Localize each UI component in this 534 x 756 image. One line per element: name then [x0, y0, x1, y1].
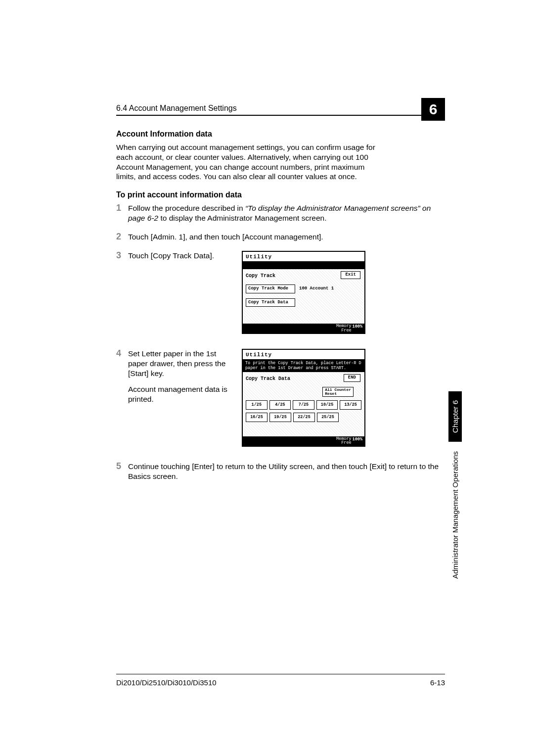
page-grid-row-1: 1/25 4/25 7/25 10/25 13/25 [246, 400, 361, 410]
copy-track-data-button[interactable]: Copy Track Data [246, 298, 295, 307]
lcd-section-label: Copy Track [246, 273, 275, 279]
page-cell[interactable]: 4/25 [269, 400, 291, 410]
lcd-footer: Memory Free 100% [243, 324, 364, 333]
step-4-p1: Set Letter paper in the 1st paper drawer… [128, 349, 232, 378]
page-cell[interactable]: 13/25 [340, 400, 361, 410]
step-body: Follow the procedure described in “To di… [128, 203, 445, 223]
step-5: 5 Continue touching [Enter] to return to… [116, 462, 445, 481]
step-3: 3 Touch [Copy Track Data]. Utility Copy … [116, 251, 445, 334]
exit-button[interactable]: Exit [341, 271, 360, 279]
step-number: 4 [116, 349, 128, 359]
subheading-account-info: Account Information data [116, 130, 445, 139]
lcd-body: Copy Track Data END All Counter Reset 1/… [243, 372, 364, 436]
step-4-p2: Account management data is printed. [128, 384, 232, 404]
memory-free-label: Memory Free [336, 437, 352, 445]
lcd-body: Copy Track Exit Copy Track Mode 100 Acco… [243, 269, 364, 324]
account-label: 100 Account 1 [299, 286, 334, 292]
step-number: 5 [116, 462, 128, 472]
lcd-footer: Memory Free 100% [243, 436, 364, 446]
page-grid-row-2: 16/25 19/25 22/25 25/25 [246, 413, 361, 422]
step-3-text: Touch [Copy Track Data]. [128, 251, 232, 261]
step-1-post: to display the Administrator Management … [158, 214, 326, 222]
page-footer: Di2010/Di2510/Di3010/Di3510 6-13 [116, 674, 445, 687]
step-number: 3 [116, 251, 128, 261]
lcd-screen-1: Utility Copy Track Exit Copy Track Mode … [242, 251, 365, 334]
step-list: 1 Follow the procedure described in “To … [116, 203, 445, 481]
copy-track-mode-button[interactable]: Copy Track Mode [246, 284, 295, 293]
page-cell[interactable]: 10/25 [316, 400, 338, 410]
step-4: 4 Set Letter paper in the 1st paper draw… [116, 349, 445, 447]
lcd-section-label: Copy Track Data [246, 376, 290, 381]
lcd-screen-2: Utility To print the Copy Track Data, pl… [242, 349, 365, 447]
page-cell[interactable]: 7/25 [293, 400, 314, 410]
subheading-print-info: To print account information data [116, 190, 445, 199]
memory-free-label: Memory Free [336, 324, 352, 332]
lcd-message-bar: To print the Copy Track Data, place Lett… [243, 360, 364, 372]
page-cell[interactable]: 25/25 [317, 413, 339, 422]
page: 6.4 Account Management Settings 6 Accoun… [0, 0, 534, 756]
page-header: 6.4 Account Management Settings [116, 104, 445, 116]
memory-free-value: 100% [353, 437, 362, 445]
step-1: 1 Follow the procedure described in “To … [116, 203, 445, 223]
intro-paragraph: When carrying out account management set… [116, 142, 378, 182]
lcd-title: Utility [243, 252, 364, 262]
page-cell-empty [341, 413, 359, 422]
model-label: Di2010/Di2510/Di3010/Di3510 [116, 678, 217, 687]
side-chapter-label: Chapter 6 [448, 391, 462, 442]
page-cell[interactable]: 16/25 [246, 413, 267, 422]
step-number: 2 [116, 232, 128, 242]
page-number: 6-13 [430, 678, 445, 687]
page-cell[interactable]: 1/25 [246, 400, 267, 410]
lcd-message-bar [243, 262, 364, 269]
side-section-label: Administrator Management Operations [451, 451, 459, 579]
side-tab: Chapter 6 Administrator Management Opera… [448, 346, 462, 579]
lcd-title: Utility [243, 350, 364, 360]
step-number: 1 [116, 203, 128, 213]
chapter-number-badge: 6 [421, 98, 445, 121]
all-counter-reset-button[interactable]: All Counter Reset [322, 387, 354, 397]
page-cell[interactable]: 22/25 [293, 413, 315, 422]
step-body: Continue touching [Enter] to return to t… [128, 462, 445, 481]
memory-free-value: 100% [353, 324, 362, 332]
section-heading: 6.4 Account Management Settings [116, 104, 237, 113]
step-1-pre: Follow the procedure described in [128, 204, 245, 212]
step-2: 2 Touch [Admin. 1], and then touch [Acco… [116, 232, 445, 242]
end-button[interactable]: END [344, 374, 360, 382]
step-body: Touch [Admin. 1], and then touch [Accoun… [128, 232, 445, 242]
page-cell[interactable]: 19/25 [269, 413, 291, 422]
